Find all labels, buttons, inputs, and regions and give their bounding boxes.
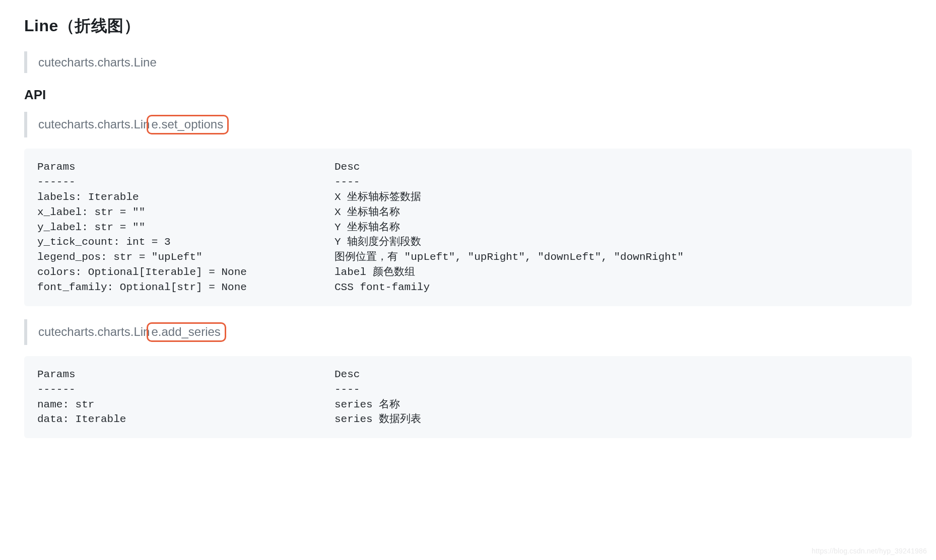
method-set-options-quote: cutecharts.charts.Line.set_options (24, 112, 912, 137)
set-options-codeblock: ParamsDesc----------labels: IterableX 坐标… (24, 149, 912, 306)
class-path-quote: cutecharts.charts.Line (24, 51, 912, 73)
add-series-codeblock: ParamsDesc----------name: strseries 名称da… (24, 356, 912, 438)
highlight-set-options: e.set_options (147, 115, 229, 134)
method-add-series-quote: cutecharts.charts.Line.add_series (24, 319, 912, 345)
document-root: Line（折线图） cutecharts.charts.Line API cut… (0, 0, 936, 471)
class-path-text: cutecharts.charts.Line (38, 55, 157, 69)
method-prefix-text: cutecharts.charts.Lin (38, 117, 150, 131)
page-title: Line（折线图） (24, 15, 912, 37)
method-prefix-text: cutecharts.charts.Lin (38, 325, 150, 338)
highlight-add-series: e.add_series (147, 322, 226, 342)
api-heading: API (24, 87, 912, 103)
